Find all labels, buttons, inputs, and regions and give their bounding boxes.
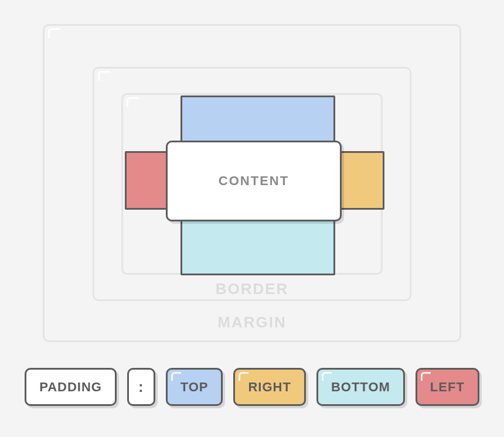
content-box: CONTENT	[166, 141, 342, 221]
legend-property: PADDING	[25, 368, 117, 406]
padding-bottom-strip	[181, 217, 335, 275]
legend-right: RIGHT	[233, 368, 305, 406]
content-label: CONTENT	[219, 173, 289, 189]
legend-bottom: BOTTOM	[316, 368, 405, 406]
legend-row: PADDING : TOP RIGHT BOTTOM LEFT	[0, 368, 504, 406]
legend-colon: :	[127, 368, 155, 406]
legend-top: TOP	[166, 368, 223, 406]
legend-left: LEFT	[416, 368, 479, 406]
